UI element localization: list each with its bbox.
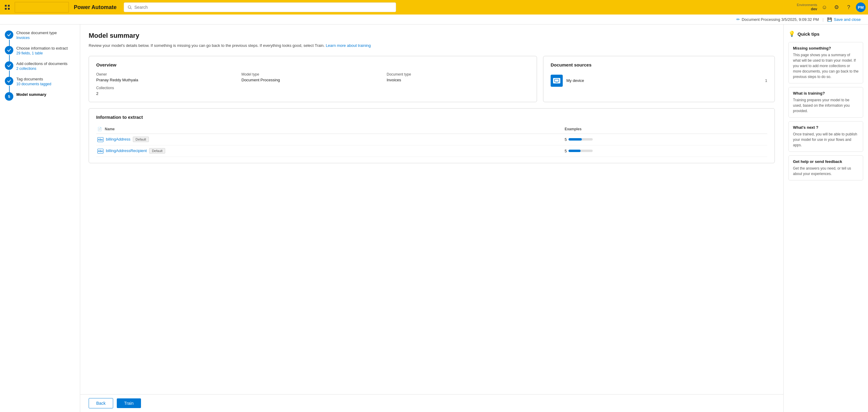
sidebar-step-tag-docs[interactable]: Tag documents10 documents tagged: [5, 77, 75, 86]
field-name-cell: AbcbillingAddressRecipientDefault: [96, 145, 563, 157]
sidebar: Choose document typeInvoicesChoose infor…: [0, 25, 80, 412]
source-item: My device1: [551, 72, 767, 89]
step-icon-model-summary: 5: [5, 92, 13, 101]
progress-fill: [568, 138, 582, 141]
svg-rect-3: [8, 8, 10, 10]
progress-fill: [568, 150, 581, 152]
sources-list: My device1: [551, 72, 767, 89]
edit-icon: ✏: [736, 17, 740, 22]
step-icon-add-collections: [5, 61, 13, 70]
overview-card: Overview OwnerPranay Reddy MuthyalaModel…: [89, 56, 537, 102]
step-content-choose-doc-type: Choose document typeInvoices: [16, 31, 75, 40]
source-device-icon: [551, 75, 563, 87]
extract-title: Information to extract: [96, 114, 767, 120]
sidebar-step-choose-doc-type[interactable]: Choose document typeInvoices: [5, 31, 75, 40]
tip-card: What's next ?Once trained, you will be a…: [788, 121, 863, 152]
svg-rect-2: [5, 8, 7, 10]
default-badge: Default: [149, 148, 165, 153]
page-description: Review your model's details below. If so…: [89, 43, 775, 49]
step-title-choose-info: Choose information to extract: [16, 46, 75, 50]
sub-header: ✏ Document Processing 3/5/2025, 9:09:32 …: [0, 14, 868, 25]
progress-container: 5: [564, 149, 766, 153]
tip-title: What's next ?: [793, 125, 859, 130]
source-name: My device: [566, 78, 762, 83]
avatar[interactable]: PM: [856, 2, 866, 12]
overview-title: Overview: [96, 62, 529, 67]
svg-line-5: [131, 8, 132, 9]
source-count: 1: [765, 78, 767, 83]
overview-item-label: Document type: [386, 72, 529, 76]
sidebar-step-add-collections[interactable]: Add collections of documents2 collection…: [5, 61, 75, 71]
sources-title: Document sources: [551, 62, 767, 67]
field-examples-cell: 5: [563, 134, 767, 145]
sidebar-step-choose-info[interactable]: Choose information to extract29 fields, …: [5, 46, 75, 55]
step-sub-choose-info: 29 fields, 1 table: [16, 51, 75, 55]
tip-title: Missing something?: [793, 46, 859, 50]
tip-text: Once trained, you will be able to publis…: [793, 132, 859, 148]
step-title-model-summary: Model summary: [16, 92, 75, 97]
tips-list: Missing something?This page shows you a …: [788, 42, 863, 180]
help-icon[interactable]: ?: [844, 2, 854, 12]
default-badge: Default: [133, 137, 149, 142]
step-icon-tag-docs: [5, 77, 13, 85]
overview-item-label: Owner: [96, 72, 239, 76]
progress-track: [568, 138, 593, 141]
extract-card: Information to extract 📄 Name Examples A…: [89, 108, 775, 163]
step-icon-choose-info: [5, 46, 13, 55]
bulb-icon: 💡: [788, 31, 795, 37]
search-bar[interactable]: [124, 2, 396, 12]
cards-row: Overview OwnerPranay Reddy MuthyalaModel…: [89, 56, 775, 102]
overview-item: Document typeInvoices: [386, 72, 529, 82]
settings-icon[interactable]: ⚙: [832, 2, 841, 12]
step-icon-choose-doc-type: [5, 31, 13, 39]
step-title-add-collections: Add collections of documents: [16, 61, 75, 66]
search-icon: [128, 5, 132, 9]
overview-item: Model typeDocument Processing: [242, 72, 384, 82]
tip-card: Get help or send feedbackGet the answers…: [788, 156, 863, 180]
sidebar-step-model-summary[interactable]: 5Model summary: [5, 92, 75, 101]
extract-table: 📄 Name Examples AbcbillingAddressDefault…: [96, 125, 767, 157]
topnav-right: Environments dev ☺ ⚙ ? PM: [797, 2, 866, 12]
step-sub-choose-doc-type: Invoices: [16, 36, 75, 40]
search-input[interactable]: [134, 5, 392, 10]
top-navigation: Power Automate Environments dev ☺ ⚙ ? PM: [0, 0, 868, 14]
save-icon: 💾: [827, 17, 832, 22]
logo-box[interactable]: [14, 2, 69, 13]
tip-text: Training prepares your model to be used,…: [793, 97, 859, 114]
tip-text: Get the answers you need, or tell us abo…: [793, 166, 859, 176]
page-title: Model summary: [89, 32, 775, 40]
train-button[interactable]: Train: [117, 399, 141, 408]
svg-rect-1: [8, 5, 10, 7]
field-name-link[interactable]: billingAddressRecipient: [106, 148, 147, 153]
col-name-header: 📄 Name: [96, 125, 563, 134]
grid-icon[interactable]: [2, 2, 12, 12]
doc-icon: 📄: [97, 127, 102, 131]
field-examples-cell: 5: [563, 145, 767, 157]
field-name-cell: AbcbillingAddressDefault: [96, 134, 563, 145]
back-button[interactable]: Back: [89, 398, 113, 408]
feedback-icon[interactable]: ☺: [819, 2, 829, 12]
table-row: AbcbillingAddressDefault5: [96, 134, 767, 145]
field-name-link[interactable]: billingAddress: [106, 137, 130, 141]
progress-track: [568, 150, 593, 152]
learn-more-link[interactable]: Learn more about training: [326, 43, 371, 48]
tip-card: What is training?Training prepares your …: [788, 87, 863, 117]
tip-text: This page shows you a summary of what wi…: [793, 52, 859, 79]
tip-title: What is training?: [793, 91, 859, 96]
tip-title: Get help or send feedback: [793, 159, 859, 164]
save-close-button[interactable]: 💾 Save and close: [827, 17, 861, 22]
content-area: Model summary Review your model's detail…: [80, 25, 783, 394]
overview-item: OwnerPranay Reddy Muthyala: [96, 72, 239, 82]
document-name: ✏ Document Processing 3/5/2025, 9:09:32 …: [736, 17, 819, 22]
main-layout: Choose document typeInvoicesChoose infor…: [0, 25, 868, 412]
overview-item-value: Invoices: [386, 78, 529, 82]
svg-rect-0: [5, 5, 7, 7]
step-content-model-summary: Model summary: [16, 92, 75, 97]
overview-item-value: Pranay Reddy Muthyala: [96, 78, 239, 82]
environment-selector[interactable]: Environments dev: [797, 3, 817, 11]
divider: |: [823, 17, 824, 22]
table-row: AbcbillingAddressRecipientDefault5: [96, 145, 767, 157]
bottom-bar: Back Train: [80, 394, 783, 412]
step-content-tag-docs: Tag documents10 documents tagged: [16, 77, 75, 86]
tip-card: Missing something?This page shows you a …: [788, 42, 863, 83]
